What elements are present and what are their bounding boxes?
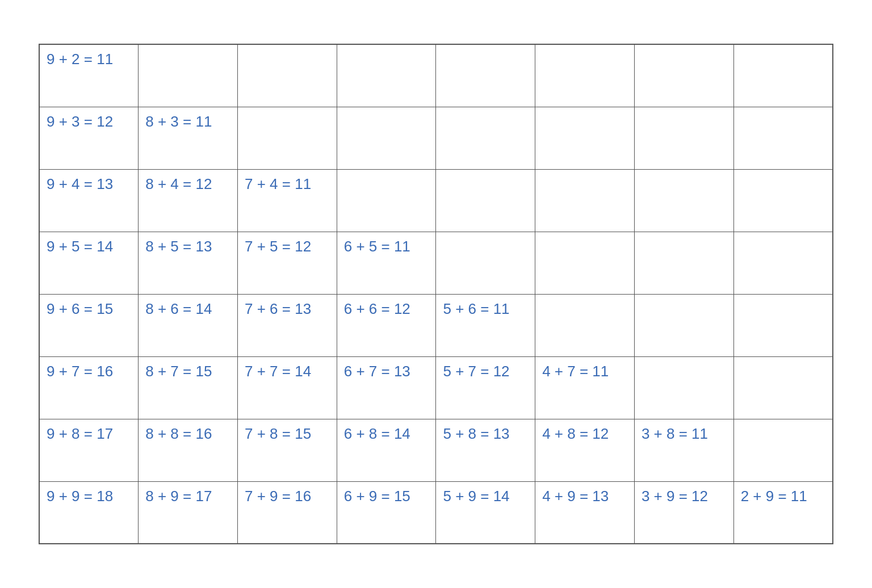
table-cell: [436, 169, 535, 232]
table-cell: 9 + 3 = 12: [39, 107, 139, 169]
table-cell: [139, 44, 238, 107]
table-cell: 3 + 9 = 12: [634, 481, 733, 544]
table-cell: 8 + 9 = 17: [139, 481, 238, 544]
table-cell: 7 + 9 = 16: [237, 481, 337, 544]
table-cell: 9 + 6 = 15: [39, 294, 139, 356]
table-cell: 9 + 4 = 13: [39, 169, 139, 232]
table-cell: [436, 232, 535, 294]
table-cell: 5 + 6 = 11: [436, 294, 535, 356]
table-cell: 9 + 5 = 14: [39, 232, 139, 294]
table-cell: 6 + 5 = 11: [337, 232, 436, 294]
table-cell: [535, 169, 635, 232]
table-cell: 4 + 9 = 13: [535, 481, 635, 544]
table-cell: [733, 107, 833, 169]
table-cell: [337, 169, 436, 232]
table-row: 9 + 5 = 148 + 5 = 137 + 5 = 126 + 5 = 11: [39, 232, 833, 294]
table-cell: 6 + 6 = 12: [337, 294, 436, 356]
table-cell: 9 + 7 = 16: [39, 356, 139, 419]
table-cell: 7 + 6 = 13: [237, 294, 337, 356]
table-cell: [337, 107, 436, 169]
table-cell: 7 + 8 = 15: [237, 419, 337, 481]
table-cell: 6 + 8 = 14: [337, 419, 436, 481]
table-cell: 8 + 4 = 12: [139, 169, 238, 232]
table-cell: [733, 232, 833, 294]
table-cell: [535, 232, 635, 294]
table-cell: 9 + 8 = 17: [39, 419, 139, 481]
table-cell: [733, 169, 833, 232]
table-cell: [733, 356, 833, 419]
table-cell: [733, 44, 833, 107]
table-cell: [634, 44, 733, 107]
table-cell: 8 + 8 = 16: [139, 419, 238, 481]
table-row: 9 + 3 = 128 + 3 = 11: [39, 107, 833, 169]
table-cell: [535, 44, 635, 107]
table-cell: [237, 107, 337, 169]
table-cell: 9 + 2 = 11: [39, 44, 139, 107]
table-cell: [535, 107, 635, 169]
table-cell: 3 + 8 = 11: [634, 419, 733, 481]
table-row: 9 + 8 = 178 + 8 = 167 + 8 = 156 + 8 = 14…: [39, 419, 833, 481]
table-cell: [733, 419, 833, 481]
table-cell: 8 + 5 = 13: [139, 232, 238, 294]
table-row: 9 + 4 = 138 + 4 = 127 + 4 = 11: [39, 169, 833, 232]
table-cell: 4 + 7 = 11: [535, 356, 635, 419]
table-cell: 7 + 5 = 12: [237, 232, 337, 294]
table-cell: 6 + 7 = 13: [337, 356, 436, 419]
table-cell: 9 + 9 = 18: [39, 481, 139, 544]
table-cell: 8 + 7 = 15: [139, 356, 238, 419]
table-row: 9 + 6 = 158 + 6 = 147 + 6 = 136 + 6 = 12…: [39, 294, 833, 356]
table-cell: 7 + 4 = 11: [237, 169, 337, 232]
table-cell: [634, 356, 733, 419]
table-row: 9 + 2 = 11: [39, 44, 833, 107]
addition-table: 9 + 2 = 119 + 3 = 128 + 3 = 119 + 4 = 13…: [39, 44, 833, 544]
table-cell: [337, 44, 436, 107]
table-cell: [237, 44, 337, 107]
table-cell: [634, 232, 733, 294]
table-cell: [634, 294, 733, 356]
table-cell: 5 + 7 = 12: [436, 356, 535, 419]
table-cell: 5 + 9 = 14: [436, 481, 535, 544]
table-cell: [436, 107, 535, 169]
table-cell: [535, 294, 635, 356]
table-cell: 5 + 8 = 13: [436, 419, 535, 481]
table-cell: [634, 169, 733, 232]
table-container: 9 + 2 = 119 + 3 = 128 + 3 = 119 + 4 = 13…: [39, 44, 833, 544]
table-cell: [436, 44, 535, 107]
table-row: 9 + 9 = 188 + 9 = 177 + 9 = 166 + 9 = 15…: [39, 481, 833, 544]
table-cell: 6 + 9 = 15: [337, 481, 436, 544]
table-cell: 7 + 7 = 14: [237, 356, 337, 419]
table-row: 9 + 7 = 168 + 7 = 157 + 7 = 146 + 7 = 13…: [39, 356, 833, 419]
table-cell: [733, 294, 833, 356]
table-cell: 8 + 6 = 14: [139, 294, 238, 356]
table-cell: 4 + 8 = 12: [535, 419, 635, 481]
table-cell: 2 + 9 = 11: [733, 481, 833, 544]
table-cell: 8 + 3 = 11: [139, 107, 238, 169]
table-cell: [634, 107, 733, 169]
